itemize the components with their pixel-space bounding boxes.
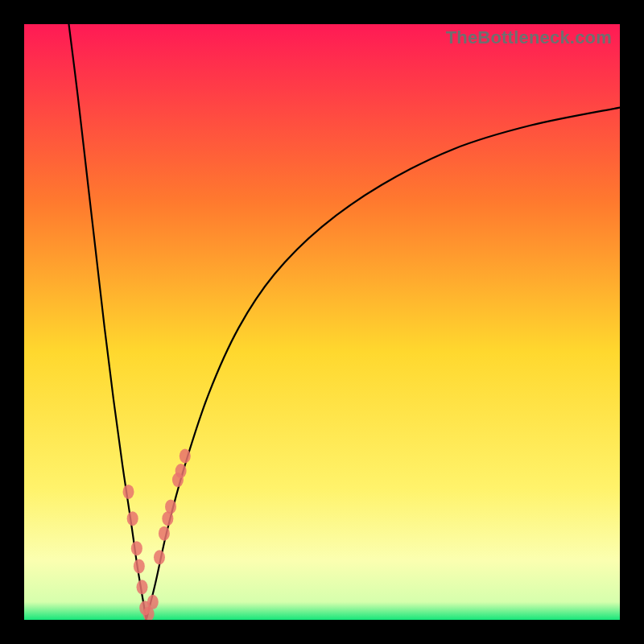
curve-left-branch — [69, 24, 147, 620]
sample-dot — [127, 511, 138, 526]
sample-dot — [154, 550, 165, 564]
sample-dot — [137, 580, 148, 594]
outer-frame: TheBottleneck.com — [0, 0, 644, 644]
sample-dot — [123, 485, 134, 499]
sample-dot — [175, 464, 187, 478]
sample-dot — [159, 526, 170, 541]
sample-dot — [134, 559, 145, 573]
curve-right-branch — [147, 108, 620, 620]
curve-layer — [24, 24, 620, 620]
plot-area: TheBottleneck.com — [24, 24, 620, 620]
sample-dot — [180, 449, 191, 464]
watermark-text: TheBottleneck.com — [446, 27, 612, 48]
sample-dot — [131, 541, 142, 555]
sample-dot — [147, 595, 159, 609]
sample-dot — [165, 499, 176, 514]
